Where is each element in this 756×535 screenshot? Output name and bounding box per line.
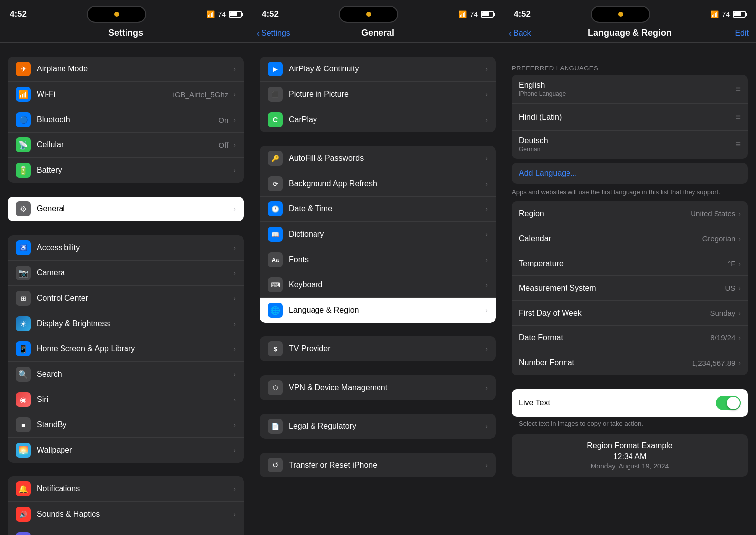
nav-title-1: Settings	[108, 28, 143, 38]
settings-item-wifi[interactable]: 📶 Wi-Fi iGB_Airtel_5Ghz›	[8, 82, 244, 107]
region-format-box: Region Format Example 12:34 AM Monday, A…	[512, 434, 748, 477]
lang-sub-deutsch: German	[519, 146, 731, 153]
accessibility-icon: ♿	[16, 240, 31, 255]
region-format-time: 12:34 AM	[519, 452, 741, 461]
display-icon: ☀	[16, 316, 31, 331]
carplay-icon: C	[268, 112, 283, 127]
settings-item-cellular[interactable]: 📡 Cellular Off›	[8, 133, 244, 158]
settings-item-airplane[interactable]: ✈ Airplane Mode ›	[8, 57, 244, 82]
general-item-fonts[interactable]: Aa Fonts ›	[260, 247, 496, 272]
general-item-langregion[interactable]: 🌐 Language & Region ›	[260, 298, 496, 323]
general-item-transfer[interactable]: ↺ Transfer or Reset iPhone ›	[260, 453, 496, 477]
settings-item-siri[interactable]: ◉ Siri ›	[8, 387, 244, 412]
settings-item-search[interactable]: 🔍 Search ›	[8, 362, 244, 387]
back-label-2: Settings	[261, 29, 290, 38]
settings-item-wallpaper[interactable]: 🌅 Wallpaper ›	[8, 438, 244, 463]
dictionary-icon: 📖	[268, 227, 283, 242]
settings-item-controlcenter[interactable]: ⊞ Control Center ›	[8, 286, 244, 311]
status-bar-2: 4:52 📶 74	[252, 0, 504, 26]
settings-panel: 4:52 📶 74 Settings ✈ Airplane Mode › 📶 W…	[0, 0, 252, 535]
region-format-title: Region Format Example	[519, 441, 741, 450]
back-button-2[interactable]: ‹ Settings	[257, 29, 290, 38]
detail-calendar[interactable]: Calendar Gregorian ›	[512, 226, 748, 251]
detail-numberformat[interactable]: Number Format 1,234,567.89 ›	[512, 350, 748, 375]
settings-item-bluetooth[interactable]: 🔵 Bluetooth On›	[8, 107, 244, 133]
lang-name-english: English	[519, 81, 731, 90]
live-text-note: Select text in images to copy or take ac…	[512, 417, 748, 434]
chevron-left-icon-3: ‹	[509, 29, 512, 38]
settings-item-notifications[interactable]: 🔔 Notifications ›	[8, 476, 244, 502]
settings-item-standby[interactable]: ◼ StandBy ›	[8, 412, 244, 438]
lang-item-english[interactable]: English iPhone Language ≡	[512, 75, 748, 104]
settings-item-battery[interactable]: 🔋 Battery ›	[8, 158, 244, 183]
wifi-settings-icon: 📶	[16, 87, 31, 102]
general-item-legal[interactable]: 📄 Legal & Regulatory ›	[260, 414, 496, 439]
general-item-bgrefresh[interactable]: ⟳ Background App Refresh ›	[260, 171, 496, 197]
general-item-dictionary[interactable]: 📖 Dictionary ›	[260, 222, 496, 247]
battery-settings-icon: 🔋	[16, 163, 31, 178]
details-group: Region United States › Calendar Gregoria…	[512, 201, 748, 375]
settings-item-focus[interactable]: 🌙 Focus ›	[8, 527, 244, 535]
sounds-icon: 🔊	[16, 507, 31, 522]
wifi-icon-2: 📶	[458, 10, 467, 18]
battery-text-2: 74	[470, 10, 478, 18]
live-text-label: Live Text	[519, 399, 716, 407]
dynamic-island-1	[87, 6, 146, 23]
nav-header-3: ‹ Back Language & Region Edit	[504, 26, 756, 43]
toggle-knob	[727, 397, 740, 409]
legal-icon: 📄	[268, 419, 283, 434]
bgrefresh-icon: ⟳	[268, 176, 283, 191]
lang-name-deutsch: Deutsch	[519, 136, 731, 145]
pill-dot-3	[618, 12, 623, 17]
fonts-icon: Aa	[268, 252, 283, 267]
general-item-autofill[interactable]: 🔑 AutoFill & Passwords ›	[260, 146, 496, 171]
add-language-button[interactable]: Add Language...	[512, 163, 748, 184]
live-text-toggle[interactable]	[716, 396, 741, 410]
general-item-pip[interactable]: ⬛ Picture in Picture ›	[260, 82, 496, 107]
nav-header-1: Settings	[0, 26, 252, 43]
bluetooth-icon: 🔵	[16, 112, 31, 127]
lang-item-hindi[interactable]: Hindi (Latin) ≡	[512, 104, 748, 131]
pip-icon: ⬛	[268, 87, 283, 102]
general-item-vpn[interactable]: ⬡ VPN & Device Management ›	[260, 375, 496, 400]
wifi-icon-1: 📶	[206, 10, 215, 18]
status-bar-1: 4:52 📶 74	[0, 0, 252, 26]
langregion-list: PREFERRED LANGUAGES English iPhone Langu…	[504, 43, 756, 535]
general-item-airplay[interactable]: ▶ AirPlay & Continuity ›	[260, 57, 496, 82]
settings-item-camera[interactable]: 📷 Camera ›	[8, 261, 244, 286]
settings-item-homescreen[interactable]: 📱 Home Screen & App Library ›	[8, 336, 244, 362]
detail-dateformat[interactable]: Date Format 8/19/24 ›	[512, 326, 748, 350]
detail-temperature[interactable]: Temperature °F ›	[512, 251, 748, 276]
live-text-row[interactable]: Live Text	[512, 389, 748, 417]
notifications-icon: 🔔	[16, 481, 31, 496]
detail-firstday[interactable]: First Day of Week Sunday ›	[512, 301, 748, 326]
general-panel: 4:52 📶 74 ‹ Settings General ▶ AirPlay &…	[252, 0, 504, 535]
settings-item-display[interactable]: ☀ Display & Brightness ›	[8, 311, 244, 336]
general-item-tvprovider[interactable]: $ TV Provider ›	[260, 336, 496, 361]
tvprovider-icon: $	[268, 341, 283, 356]
lang-name-hindi: Hindi (Latin)	[519, 113, 731, 122]
lang-item-deutsch[interactable]: Deutsch German ≡	[512, 131, 748, 159]
settings-item-sounds[interactable]: 🔊 Sounds & Haptics ›	[8, 502, 244, 527]
general-item-carplay[interactable]: C CarPlay ›	[260, 107, 496, 132]
wifi-icon-3: 📶	[710, 10, 719, 18]
settings-item-general[interactable]: ⚙ General ›	[8, 197, 244, 221]
battery-text-1: 74	[218, 10, 226, 18]
general-item-datetime[interactable]: 🕐 Date & Time ›	[260, 197, 496, 222]
settings-item-accessibility[interactable]: ♿ Accessibility ›	[8, 235, 244, 261]
preferred-languages-header: PREFERRED LANGUAGES	[504, 57, 756, 75]
status-bar-3: 4:52 📶 74	[504, 0, 756, 26]
langregion-panel: 4:52 📶 74 ‹ Back Language & Region Edit …	[504, 0, 756, 535]
dynamic-island-3	[591, 6, 650, 23]
detail-measurement[interactable]: Measurement System US ›	[512, 276, 748, 301]
battery-text-3: 74	[722, 10, 730, 18]
wallpaper-icon: 🌅	[16, 443, 31, 458]
focus-icon: 🌙	[16, 532, 31, 535]
drag-handle-english: ≡	[735, 84, 741, 94]
detail-region[interactable]: Region United States ›	[512, 201, 748, 226]
back-button-3[interactable]: ‹ Back	[509, 29, 531, 38]
general-item-keyboard[interactable]: ⌨ Keyboard ›	[260, 272, 496, 298]
edit-button-3[interactable]: Edit	[735, 29, 749, 38]
keyboard-icon: ⌨	[268, 277, 283, 292]
back-label-3: Back	[513, 29, 531, 38]
